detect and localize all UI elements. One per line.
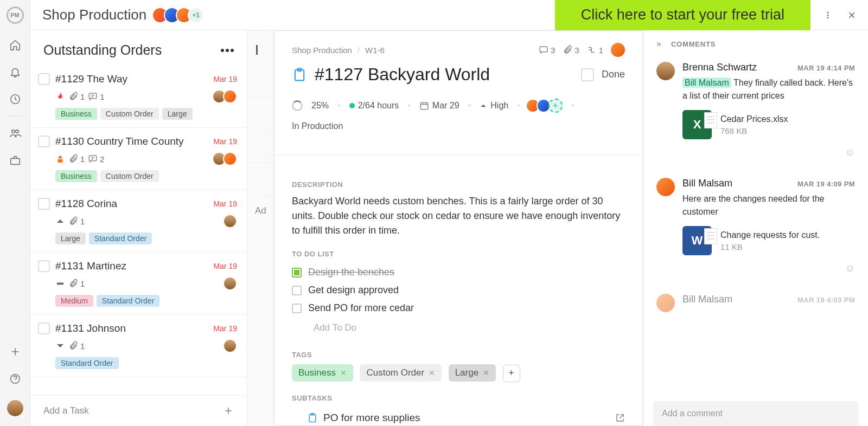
- tag-chip[interactable]: Business✕: [292, 364, 353, 382]
- svg-rect-9: [90, 156, 97, 161]
- column-title: I: [247, 30, 275, 66]
- briefcase-icon[interactable]: [9, 154, 21, 166]
- task-card-stub-selected[interactable]: [247, 98, 275, 131]
- project-header: Shop Production +1 Click here to start y…: [30, 0, 868, 30]
- svg-point-6: [827, 14, 828, 15]
- creator-avatar[interactable]: [611, 43, 625, 57]
- subtasks-count-icon[interactable]: 1: [587, 45, 603, 55]
- collapse-panel-icon[interactable]: »: [656, 39, 661, 49]
- task-card-stub[interactable]: [247, 131, 275, 163]
- open-link-icon[interactable]: [615, 413, 625, 423]
- remove-tag-icon[interactable]: ✕: [483, 369, 489, 377]
- task-list: #1129 The Way Mar 19 1 1 BusinessCustom …: [30, 66, 247, 395]
- add-reaction-icon[interactable]: ☺: [682, 263, 855, 274]
- hours-logged[interactable]: 2/64 hours: [358, 101, 399, 110]
- people-icon[interactable]: [9, 127, 21, 139]
- done-checkbox[interactable]: [581, 68, 594, 81]
- todo-checkbox[interactable]: [292, 304, 302, 313]
- task-card[interactable]: #1128 Corina Mar 19 1 LargeStandard Orde…: [30, 190, 247, 253]
- progress-ring-icon[interactable]: [292, 100, 303, 111]
- task-detail-panel: Shop Production / W1-6 3 3 1 #1127 Backy…: [274, 30, 643, 426]
- tag: Standard Order: [55, 357, 119, 369]
- subtask-item[interactable]: PO for more supplies: [292, 408, 625, 424]
- todo-item[interactable]: Send PO for more cedar: [292, 299, 625, 317]
- paperclip-icon: [68, 341, 78, 351]
- home-icon[interactable]: [9, 39, 21, 51]
- task-card[interactable]: #1131 Johnson Mar 19 1 Standard Order: [30, 315, 247, 377]
- column-in-production-clipped: I Ad: [247, 30, 275, 426]
- trial-banner[interactable]: Click here to start your free trial: [555, 0, 810, 30]
- attachment[interactable]: W Change requests for cust.11 KB: [682, 226, 855, 255]
- task-detail-title[interactable]: #1127 Backyard World: [315, 64, 573, 85]
- task-title: #1129 The Way: [55, 73, 208, 85]
- task-checkbox[interactable]: [38, 73, 50, 85]
- column-outstanding-orders: Outstanding Orders #1129 The Way Mar 19 …: [30, 30, 247, 426]
- attachment-count: 1: [68, 92, 85, 101]
- task-card[interactable]: #1129 The Way Mar 19 1 1 BusinessCustom …: [30, 66, 247, 128]
- tag-chip[interactable]: Custom Order✕: [360, 364, 442, 382]
- mention[interactable]: Bill Malsam: [682, 78, 731, 88]
- todo-item[interactable]: Get design approved: [292, 281, 625, 299]
- bell-icon[interactable]: [9, 66, 21, 78]
- attachment[interactable]: X Cedar Prices.xlsx768 KB: [682, 110, 855, 139]
- priority-high-icon: [480, 102, 487, 109]
- app-logo[interactable]: PM: [7, 7, 24, 24]
- comment-avatar[interactable]: [656, 294, 675, 312]
- comment-input[interactable]: Add a comment: [653, 401, 858, 426]
- attachments-count-icon[interactable]: 3: [563, 45, 579, 55]
- task-checkbox[interactable]: [38, 198, 50, 210]
- svg-rect-3: [10, 158, 20, 164]
- file-size: 11 KB: [720, 242, 820, 251]
- close-icon[interactable]: [847, 11, 856, 20]
- project-members[interactable]: +1: [156, 7, 204, 23]
- more-members-badge[interactable]: +1: [188, 7, 204, 23]
- task-date: Mar 19: [213, 137, 237, 146]
- status-label[interactable]: In Production: [292, 121, 343, 131]
- add-task-stub[interactable]: Ad: [247, 196, 275, 226]
- task-card[interactable]: #1130 Country Time County Mar 19 1 2 Bus…: [30, 128, 247, 190]
- breadcrumb-task[interactable]: W1-6: [365, 46, 385, 55]
- clock-icon[interactable]: [9, 93, 21, 105]
- current-user-avatar[interactable]: [7, 400, 23, 416]
- todo-item[interactable]: Design the benches: [292, 263, 625, 281]
- remove-tag-icon[interactable]: ✕: [340, 369, 347, 377]
- breadcrumb-project[interactable]: Shop Production: [292, 46, 352, 55]
- tag: Custom Order: [100, 108, 159, 120]
- add-tag-button[interactable]: +: [503, 365, 520, 382]
- add-icon[interactable]: [9, 346, 21, 358]
- task-card-stub[interactable]: [247, 163, 275, 196]
- task-checkbox[interactable]: [38, 135, 50, 147]
- add-reaction-icon[interactable]: ☺: [682, 147, 855, 158]
- help-icon[interactable]: [9, 373, 21, 385]
- task-checkbox[interactable]: [38, 260, 50, 272]
- tag-chip[interactable]: Large✕: [449, 364, 496, 382]
- description-text[interactable]: Backyard World needs custom benches. Thi…: [292, 194, 625, 238]
- comments-panel: » COMMENTS Brenna SchwartzMAR 19 4:14 PM…: [643, 30, 868, 426]
- svg-point-1: [11, 130, 14, 133]
- task-checkbox[interactable]: [38, 322, 50, 334]
- todo-label: TO DO LIST: [292, 250, 625, 258]
- tag: Large: [162, 108, 193, 120]
- remove-tag-icon[interactable]: ✕: [429, 369, 435, 377]
- add-task-input[interactable]: Add a Task: [30, 395, 247, 426]
- comment-avatar[interactable]: [656, 62, 675, 80]
- task-card[interactable]: #1131 Martinez Mar 19 1 MediumStandard O…: [30, 253, 247, 315]
- todo-checkbox[interactable]: [292, 286, 302, 295]
- priority-label[interactable]: High: [490, 101, 508, 111]
- more-menu-icon[interactable]: [824, 11, 832, 20]
- todo-checkbox[interactable]: [292, 268, 302, 277]
- file-size: 768 KB: [720, 126, 788, 135]
- svg-rect-14: [420, 103, 428, 109]
- detail-assignees[interactable]: +: [529, 99, 563, 113]
- task-card-stub[interactable]: [247, 66, 275, 98]
- column-menu-icon[interactable]: [221, 49, 234, 52]
- add-todo-input[interactable]: Add To Do: [314, 317, 625, 339]
- due-date[interactable]: Mar 29: [432, 101, 459, 111]
- comments-count-icon[interactable]: 3: [539, 45, 555, 55]
- add-assignee-button[interactable]: +: [548, 99, 563, 113]
- comment-avatar[interactable]: [656, 178, 675, 196]
- task-title: #1130 Country Time County: [55, 135, 208, 147]
- paperclip-icon: [68, 279, 78, 288]
- comment-time: MAR 19 4:14 PM: [797, 64, 855, 72]
- tag: Medium: [55, 295, 93, 307]
